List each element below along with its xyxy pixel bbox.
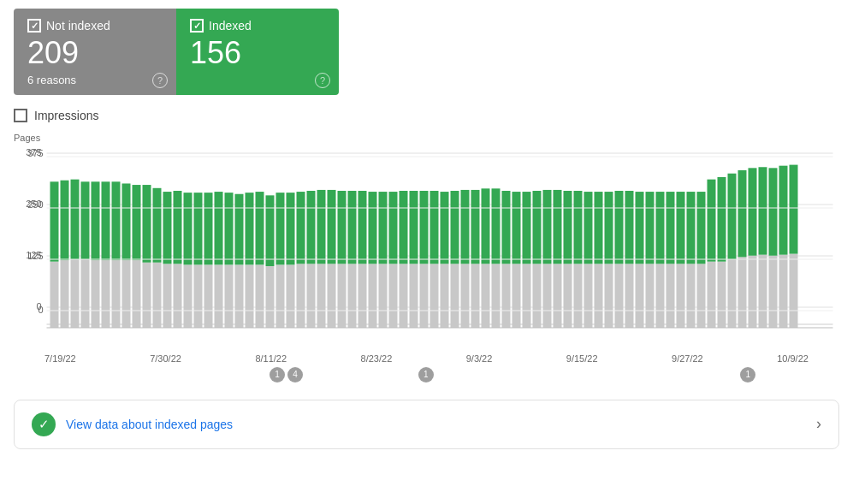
svg-rect-82	[420, 191, 429, 264]
svg-rect-67	[348, 264, 357, 328]
cta-chevron-icon: ›	[816, 415, 821, 433]
not-indexed-title: Not indexed	[46, 19, 110, 33]
svg-rect-152	[779, 165, 788, 254]
not-indexed-help-icon[interactable]: ?	[152, 73, 168, 88]
svg-rect-135	[697, 264, 706, 328]
svg-rect-46	[235, 193, 244, 264]
svg-rect-91	[471, 264, 480, 328]
x-label-8: 10/9/22	[777, 353, 809, 364]
bar-chart-svg: 3752501250	[14, 148, 839, 353]
svg-rect-34	[174, 191, 182, 264]
indexed-card[interactable]: Indexed 156 ?	[176, 9, 339, 95]
x-label-5: 9/3/22	[466, 353, 493, 364]
svg-rect-24	[122, 183, 131, 260]
annotation-badge-4[interactable]: 4	[287, 367, 303, 382]
not-indexed-card[interactable]: Not indexed 209 6 reasons ?	[14, 9, 176, 95]
svg-rect-150	[769, 168, 778, 255]
svg-rect-127	[656, 264, 665, 328]
svg-rect-33	[174, 264, 182, 328]
svg-rect-36	[184, 193, 193, 264]
svg-rect-12	[61, 180, 69, 259]
svg-rect-18	[92, 181, 100, 260]
svg-rect-25	[133, 260, 141, 328]
svg-rect-96	[492, 188, 501, 264]
svg-rect-80	[410, 191, 418, 264]
svg-rect-100	[512, 192, 521, 264]
svg-rect-148	[759, 167, 767, 254]
svg-rect-134	[687, 192, 696, 264]
svg-rect-31	[163, 264, 172, 328]
svg-rect-68	[348, 191, 357, 264]
svg-rect-81	[420, 264, 429, 328]
svg-rect-15	[81, 259, 90, 328]
svg-rect-125	[646, 264, 655, 328]
annotation-badge-3[interactable]: 1	[740, 367, 755, 382]
svg-text:375: 375	[27, 148, 43, 158]
svg-rect-50	[256, 192, 264, 264]
not-indexed-header: Not indexed	[27, 19, 163, 33]
svg-rect-51	[266, 266, 275, 328]
annotation-badge-2[interactable]: 1	[418, 367, 434, 382]
svg-rect-9	[50, 261, 59, 327]
svg-rect-55	[287, 264, 295, 328]
svg-rect-38	[194, 193, 203, 264]
svg-rect-48	[246, 193, 254, 264]
svg-rect-95	[492, 264, 501, 328]
indexed-help-icon[interactable]: ?	[315, 73, 330, 88]
svg-rect-132	[677, 192, 685, 264]
svg-rect-114	[584, 192, 593, 264]
svg-text:0: 0	[38, 305, 43, 315]
svg-rect-143	[738, 257, 747, 328]
annotation-badge-1[interactable]: 1	[270, 367, 285, 382]
svg-rect-126	[646, 192, 655, 264]
svg-rect-119	[615, 264, 624, 328]
x-label-7: 9/27/22	[672, 353, 703, 364]
indexed-title: Indexed	[209, 19, 252, 33]
svg-rect-109	[564, 264, 572, 328]
not-indexed-number: 209	[27, 36, 163, 70]
svg-rect-94	[482, 188, 490, 264]
svg-rect-21	[112, 260, 121, 328]
svg-rect-72	[369, 192, 377, 264]
svg-rect-138	[708, 179, 716, 261]
cta-text: View data about indexed pages	[66, 418, 233, 431]
annotation-group-3: 1	[740, 367, 755, 382]
svg-rect-56	[287, 193, 295, 264]
svg-rect-122	[625, 191, 634, 264]
svg-rect-105	[543, 264, 552, 328]
svg-rect-42	[215, 192, 223, 264]
svg-rect-103	[533, 264, 542, 328]
impressions-row[interactable]: Impressions	[14, 109, 839, 122]
not-indexed-checkbox[interactable]	[27, 19, 41, 33]
svg-rect-39	[204, 264, 213, 328]
svg-rect-129	[666, 264, 675, 328]
impressions-checkbox[interactable]	[14, 109, 27, 122]
svg-rect-123	[636, 264, 644, 328]
svg-rect-146	[749, 168, 757, 255]
svg-rect-124	[636, 192, 644, 264]
cards-row: Not indexed 209 6 reasons ? Indexed 156 …	[14, 9, 839, 95]
svg-rect-93	[482, 264, 490, 328]
svg-rect-86	[441, 192, 449, 264]
svg-rect-147	[759, 254, 767, 327]
x-label-6: 9/15/22	[566, 353, 598, 364]
cta-card[interactable]: ✓ View data about indexed pages ›	[14, 400, 839, 449]
svg-rect-97	[502, 264, 511, 328]
svg-rect-58	[297, 192, 305, 264]
svg-rect-111	[574, 264, 583, 328]
svg-rect-30	[153, 187, 162, 262]
svg-rect-153	[790, 253, 798, 327]
svg-rect-131	[677, 264, 685, 328]
svg-rect-43	[225, 264, 234, 328]
svg-rect-78	[400, 191, 408, 264]
svg-rect-45	[235, 264, 244, 328]
indexed-checkbox[interactable]	[190, 19, 204, 33]
svg-rect-83	[430, 264, 439, 328]
svg-rect-57	[297, 264, 305, 328]
svg-rect-137	[708, 261, 716, 327]
svg-rect-104	[533, 191, 542, 264]
svg-rect-85	[441, 264, 449, 328]
chart-container: Pages 375 250 125 0 3752501250	[14, 133, 839, 353]
svg-rect-106	[543, 190, 552, 264]
cta-left: ✓ View data about indexed pages	[32, 412, 233, 436]
